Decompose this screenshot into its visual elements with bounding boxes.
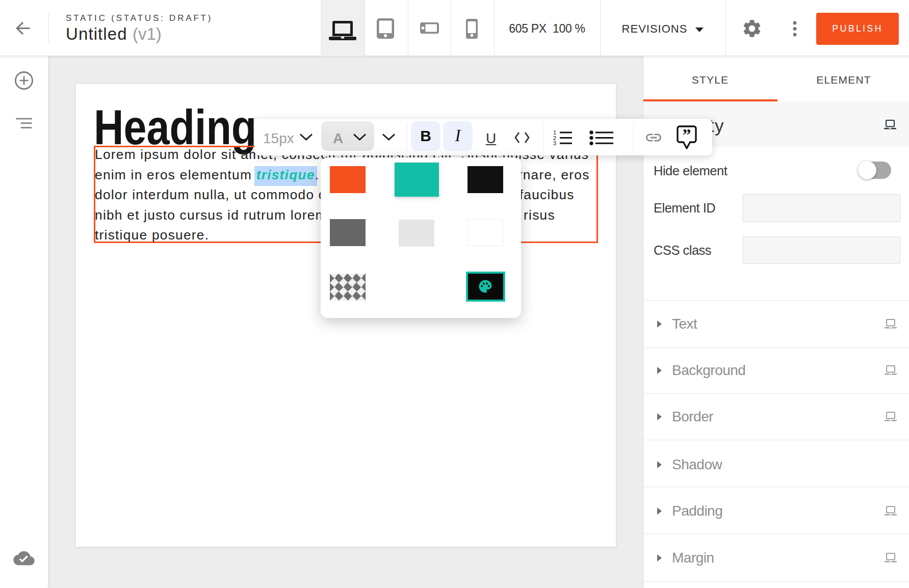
svg-text:”: ” (683, 125, 691, 144)
svg-text:3: 3 (553, 140, 556, 146)
